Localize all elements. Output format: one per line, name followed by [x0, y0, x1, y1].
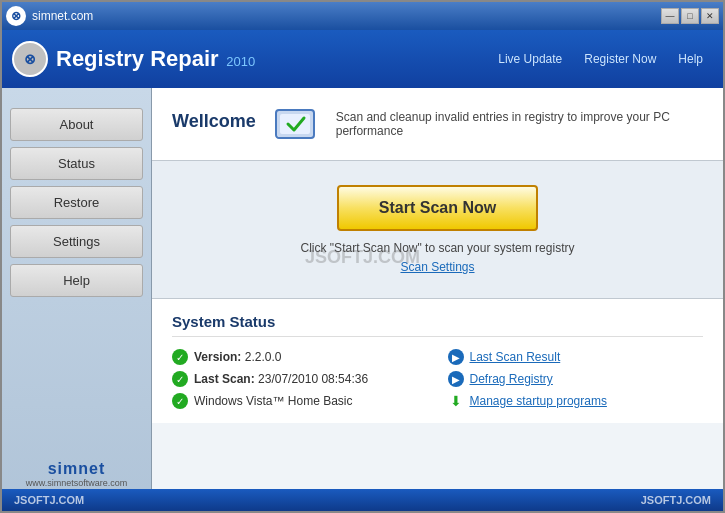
- titlebar-left: ⊗ simnet.com: [6, 6, 93, 26]
- scan-hint: Click "Start Scan Now" to scan your syst…: [172, 241, 703, 255]
- sidebar-item-status[interactable]: Status: [10, 147, 143, 180]
- last-scan-result-link[interactable]: Last Scan Result: [470, 350, 561, 364]
- scan-settings-link[interactable]: Scan Settings: [400, 260, 474, 274]
- status-version: ✓ Version: 2.2.0.0: [172, 349, 428, 365]
- version-check-icon: ✓: [172, 349, 188, 365]
- app-title: Registry Repair: [56, 46, 219, 71]
- start-scan-button[interactable]: Start Scan Now: [337, 185, 538, 231]
- bottom-right-watermark: JSOFTJ.COM: [641, 494, 711, 506]
- welcome-icon: [272, 100, 320, 148]
- live-update-button[interactable]: Live Update: [488, 48, 572, 70]
- status-section: System Status ✓ Version: 2.2.0.0 ✓ Last …: [152, 299, 723, 423]
- status-right: ▶ Last Scan Result ▶ Defrag Registry ⬇ M…: [448, 349, 704, 409]
- header-title-block: Registry Repair 2010: [56, 46, 255, 72]
- sidebar-item-about[interactable]: About: [10, 108, 143, 141]
- scan-section: Start Scan Now Click "Start Scan Now" to…: [152, 161, 723, 299]
- header-logo: ⊗ Registry Repair 2010: [12, 41, 255, 77]
- sidebar-item-settings[interactable]: Settings: [10, 225, 143, 258]
- app-year: 2010: [226, 54, 255, 69]
- version-label: Version: 2.2.0.0: [194, 350, 281, 364]
- last-scan-result-icon: ▶: [448, 349, 464, 365]
- welcome-description: Scan and cleanup invalid entries in regi…: [336, 110, 703, 138]
- defrag-registry-icon: ▶: [448, 371, 464, 387]
- manage-startup-link[interactable]: Manage startup programs: [470, 394, 607, 408]
- last-scan-check-icon: ✓: [172, 371, 188, 387]
- help-button[interactable]: Help: [668, 48, 713, 70]
- status-grid: ✓ Version: 2.2.0.0 ✓ Last Scan: 23/07/20…: [172, 349, 703, 409]
- status-os: ✓ Windows Vista™ Home Basic: [172, 393, 428, 409]
- close-button[interactable]: ✕: [701, 8, 719, 24]
- logo-icon: ⊗: [12, 41, 48, 77]
- os-label: Windows Vista™ Home Basic: [194, 394, 353, 408]
- main-layout: About Status Restore Settings Help simne…: [2, 88, 723, 508]
- welcome-section: Wellcome Scan and cleanup invalid entrie…: [152, 88, 723, 161]
- os-check-icon: ✓: [172, 393, 188, 409]
- minimize-button[interactable]: —: [661, 8, 679, 24]
- app-icon: ⊗: [6, 6, 26, 26]
- sidebar: About Status Restore Settings Help simne…: [2, 88, 152, 508]
- status-last-scan: ✓ Last Scan: 23/07/2010 08:54:36: [172, 371, 428, 387]
- content-area: Wellcome Scan and cleanup invalid entrie…: [152, 88, 723, 508]
- window-controls: — □ ✕: [661, 8, 719, 24]
- welcome-text-block: Wellcome: [172, 111, 256, 138]
- header: ⊗ Registry Repair 2010 Live Update Regis…: [2, 30, 723, 88]
- maximize-button[interactable]: □: [681, 8, 699, 24]
- defrag-registry-link[interactable]: Defrag Registry: [470, 372, 553, 386]
- bottom-bar: JSOFTJ.COM JSOFTJ.COM: [2, 489, 723, 511]
- sidebar-item-restore[interactable]: Restore: [10, 186, 143, 219]
- bottom-left-watermark: JSOFTJ.COM: [14, 494, 84, 506]
- sidebar-item-help[interactable]: Help: [10, 264, 143, 297]
- register-now-button[interactable]: Register Now: [574, 48, 666, 70]
- manage-startup-item: ⬇ Manage startup programs: [448, 393, 704, 409]
- last-scan-result-item: ▶ Last Scan Result: [448, 349, 704, 365]
- welcome-title: Wellcome: [172, 111, 256, 132]
- last-scan-label: Last Scan: 23/07/2010 08:54:36: [194, 372, 368, 386]
- status-left: ✓ Version: 2.2.0.0 ✓ Last Scan: 23/07/20…: [172, 349, 428, 409]
- defrag-registry-item: ▶ Defrag Registry: [448, 371, 704, 387]
- simnet-url: www.simnetsoftware.com: [10, 478, 143, 488]
- status-title: System Status: [172, 313, 703, 337]
- title-text: simnet.com: [32, 9, 93, 23]
- titlebar: ⊗ simnet.com — □ ✕: [2, 2, 723, 30]
- manage-startup-icon: ⬇: [448, 393, 464, 409]
- simnet-logo: simnet: [10, 460, 143, 478]
- header-nav: Live Update Register Now Help: [488, 48, 713, 70]
